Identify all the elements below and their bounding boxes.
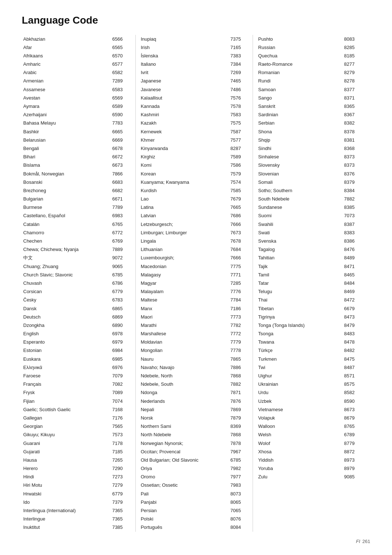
- column-3: Pushto8083Russian8285Quechua8185Raeto-Ro…: [253, 35, 370, 532]
- lang-name: Corsican: [22, 288, 109, 296]
- lang-code: 6983: [109, 212, 132, 220]
- lang-name: 中文: [22, 254, 109, 262]
- lang-name: Mongolian: [139, 347, 228, 355]
- list-item: North Ndebele7868: [139, 431, 249, 439]
- lang-name: Shona: [257, 127, 341, 136]
- lang-name: Somali: [257, 178, 341, 186]
- lang-code: 7279: [109, 481, 132, 490]
- list-item: Korean7579: [139, 170, 249, 178]
- list-item: Tswana8478: [257, 338, 367, 347]
- lang-code: 7089: [109, 389, 132, 397]
- lang-code: 8277: [341, 60, 367, 69]
- list-item: Thai8472: [257, 296, 367, 304]
- lang-name: Swahili: [257, 220, 341, 228]
- lang-code: 7165: [228, 43, 249, 52]
- lang-name: Íslenska: [139, 52, 228, 60]
- lang-code: 8487: [341, 363, 367, 372]
- lang-code: 7882: [228, 380, 249, 389]
- lang-name: Português: [139, 523, 228, 532]
- lang-name: English: [22, 330, 109, 338]
- list-item: Lithuanian7684: [139, 246, 249, 254]
- list-item: Sanskrit8365: [257, 102, 367, 111]
- list-item: Somali8379: [257, 178, 367, 186]
- list-item: Suomi7073: [257, 212, 367, 220]
- lang-code: 8571: [341, 372, 367, 380]
- lang-name: Amharic: [22, 60, 109, 69]
- list-item: Kinyarwanda8287: [139, 144, 249, 153]
- list-item: Urdu8582: [257, 389, 367, 397]
- lang-code: 7365: [109, 507, 132, 515]
- lang-code: 8471: [341, 262, 367, 271]
- lang-code: 8483: [341, 330, 367, 338]
- lang-name: Volapuk: [257, 414, 341, 422]
- list-item: English6978: [22, 330, 132, 338]
- lang-name: Kernewek: [139, 127, 228, 136]
- lang-code: 7889: [109, 246, 132, 254]
- lang-name: Slovensky: [257, 161, 341, 170]
- lang-code: 8469: [341, 288, 367, 296]
- list-item: Pushto8083: [257, 35, 367, 43]
- lang-code: 7269: [228, 69, 249, 77]
- lang-code: 6665: [109, 127, 132, 136]
- lang-name: Türkçe: [257, 347, 341, 355]
- lang-code: 7465: [228, 77, 249, 85]
- lang-code: 8377: [341, 85, 367, 94]
- lang-code: 6673: [109, 161, 132, 170]
- lang-code: 8368: [341, 144, 367, 153]
- lang-name: Gallegan: [22, 414, 109, 422]
- lang-code: 8365: [341, 102, 367, 111]
- lang-code: 8373: [341, 161, 367, 170]
- list-item: Bengali6678: [22, 144, 132, 153]
- list-item: Brezhoneg6682: [22, 186, 132, 195]
- lang-code: 8386: [341, 237, 367, 246]
- lang-code: 6772: [109, 228, 132, 237]
- lang-code: 7583: [228, 111, 249, 119]
- list-item: Chamorro6772: [22, 228, 132, 237]
- list-item: Gallegan7176: [22, 414, 132, 422]
- lang-name: Yiddish: [257, 456, 341, 464]
- lang-name: Shqip: [257, 136, 341, 144]
- lang-code: 6783: [109, 296, 132, 304]
- list-item: Javanese7486: [139, 85, 249, 94]
- list-item: Volapuk8679: [257, 414, 367, 422]
- lang-name: Kurdish: [139, 186, 228, 195]
- lang-code: 8387: [341, 220, 367, 228]
- lang-name: Luxembourgish;: [139, 254, 228, 262]
- lang-name: Chuvash: [22, 279, 109, 287]
- lang-code: 6577: [109, 60, 132, 69]
- lang-name: Castellano, Español: [22, 212, 109, 220]
- list-item: Guarani7178: [22, 439, 132, 447]
- lang-name: Sinhalese: [257, 153, 341, 161]
- lang-code: 8369: [228, 422, 249, 431]
- lang-code: 6682: [109, 186, 132, 195]
- list-item: Xhosa8872: [257, 447, 367, 456]
- lang-code: 7868: [228, 372, 249, 380]
- list-item: Assamese6583: [22, 85, 132, 94]
- list-item: Nauru7865: [139, 355, 249, 363]
- lang-name: Nederlands: [139, 397, 228, 405]
- lang-name: Dansk: [22, 304, 109, 313]
- lang-name: Korean: [139, 170, 228, 178]
- lang-code: 8779: [341, 439, 367, 447]
- lang-code: 8475: [341, 355, 367, 363]
- lang-code: 7074: [109, 397, 132, 405]
- lang-code: 7379: [109, 498, 132, 506]
- lang-name: Malayalam: [139, 288, 228, 296]
- lang-code: 7783: [109, 119, 132, 127]
- lang-name: Rundi: [257, 77, 341, 85]
- lang-name: Persian: [139, 507, 228, 515]
- list-item: Letzeburgesch;7666: [139, 220, 249, 228]
- lang-name: Marshallese: [139, 330, 228, 338]
- lang-code: 8371: [341, 94, 367, 102]
- lang-code: 7575: [228, 119, 249, 127]
- lang-code: 8473: [341, 313, 367, 321]
- lang-name: Inuktitut: [22, 523, 109, 532]
- lang-name: Bashkir: [22, 127, 109, 136]
- lang-name: Chewa; Chichewa; Nyanja: [22, 246, 109, 254]
- lang-name: Urdu: [257, 389, 341, 397]
- lang-name: Herero: [22, 465, 109, 473]
- lang-code: 7684: [228, 246, 249, 254]
- columns-wrapper: Abkhazian6566Afar6565Afrikaans6570Amhari…: [22, 35, 370, 532]
- lang-name: Lao: [139, 195, 228, 203]
- lang-name: Northern Sami: [139, 422, 228, 431]
